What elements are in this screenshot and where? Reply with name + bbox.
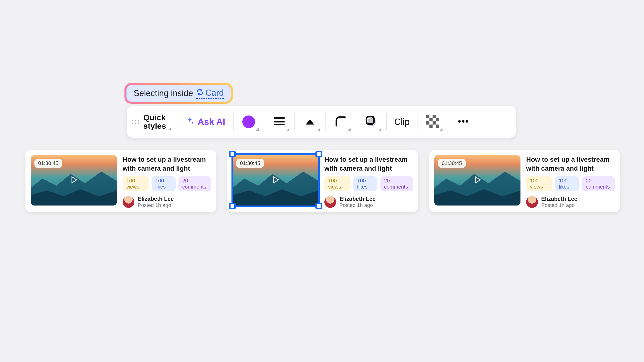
divider (264, 113, 264, 130)
posted-time: Posted 1h ago (138, 202, 174, 208)
divider (294, 113, 295, 130)
posted-time: Posted 1h ago (340, 202, 376, 208)
shadow-icon (365, 115, 378, 129)
comments-chip: 20 comments (582, 176, 615, 191)
fill-circle-icon (242, 116, 255, 128)
more-horizontal-icon (457, 115, 470, 129)
svg-rect-6 (426, 115, 430, 118)
quick-styles-button[interactable]: Quick styles (143, 113, 172, 130)
svg-rect-10 (426, 121, 430, 125)
checkerboard-icon (426, 115, 439, 129)
play-icon (473, 175, 482, 185)
divider (448, 113, 448, 130)
svg-rect-7 (432, 115, 436, 118)
svg-rect-13 (436, 125, 439, 128)
divider (233, 113, 234, 130)
svg-rect-11 (432, 121, 436, 125)
fill-color-button[interactable] (238, 111, 260, 132)
likes-chip: 100 likes (353, 176, 378, 191)
corner-radius-icon (334, 115, 347, 129)
stat-chips: 100 views 100 likes 20 comments (122, 176, 211, 191)
divider (386, 113, 387, 130)
video-title: How to set up a livestream with camera a… (324, 155, 413, 173)
drag-grip-icon[interactable] (132, 120, 140, 124)
posted-time: Posted 1h ago (541, 202, 577, 208)
author-row: Elizabeth Lee Posted 1h ago (526, 196, 615, 208)
triangle-up-icon (304, 115, 316, 129)
svg-rect-12 (430, 125, 433, 128)
clip-button[interactable]: Clip (391, 111, 413, 132)
cards-row: 01:30:45 How to set up a livestream with… (26, 150, 620, 212)
play-icon (69, 175, 78, 185)
clip-label: Clip (392, 117, 412, 127)
card-body: How to set up a livestream with camera a… (122, 155, 211, 207)
selection-target-label: Card (205, 88, 224, 98)
refresh-icon (196, 88, 204, 98)
views-chip: 100 views (122, 176, 149, 191)
context-toolbar: Quick styles Ask AI Clip (127, 106, 516, 138)
video-thumbnail[interactable]: 01:30:45 (31, 155, 117, 206)
svg-rect-1 (274, 121, 285, 122)
selection-target-link[interactable]: Card (196, 88, 224, 99)
views-chip: 100 views (526, 176, 552, 191)
svg-point-15 (462, 120, 464, 123)
divider (356, 113, 356, 130)
duration-badge: 01:30:45 (34, 159, 62, 168)
video-thumbnail[interactable]: 01:30:45 (232, 155, 319, 206)
avatar (122, 196, 134, 208)
video-card[interactable]: 01:30:45 How to set up a livestream with… (429, 150, 620, 212)
stat-chips: 100 views 100 likes 20 comments (526, 176, 615, 191)
author-row: Elizabeth Lee Posted 1h ago (122, 196, 211, 208)
video-title: How to set up a livestream with camera a… (122, 155, 211, 173)
shadow-button[interactable] (360, 111, 382, 132)
card-body: How to set up a livestream with camera a… (526, 155, 615, 207)
svg-rect-8 (430, 118, 433, 122)
play-icon (271, 175, 280, 185)
corner-radius-button[interactable] (330, 111, 352, 132)
video-thumbnail[interactable]: 01:30:45 (434, 155, 520, 206)
likes-chip: 100 likes (152, 176, 176, 191)
views-chip: 100 views (324, 176, 350, 191)
flip-button[interactable] (299, 111, 321, 132)
avatar (526, 196, 538, 208)
svg-point-16 (466, 120, 468, 123)
video-card[interactable]: 01:30:45 How to set up a livestream with… (227, 150, 418, 212)
divider (177, 113, 177, 130)
selection-prefix: Selecting inside (134, 88, 193, 98)
opacity-button[interactable] (422, 111, 444, 132)
author-name: Elizabeth Lee (541, 196, 577, 202)
ask-ai-button[interactable]: Ask AI (182, 116, 229, 128)
svg-point-14 (458, 120, 461, 123)
divider (325, 113, 326, 130)
avatar (324, 196, 336, 208)
video-card[interactable]: 01:30:45 How to set up a livestream with… (26, 150, 216, 212)
comments-chip: 20 comments (178, 176, 211, 191)
svg-rect-9 (436, 118, 439, 122)
divider (417, 113, 418, 130)
stroke-lines-icon (273, 115, 286, 129)
duration-badge: 01:30:45 (438, 159, 466, 168)
duration-badge: 01:30:45 (236, 159, 264, 168)
video-title: How to set up a livestream with camera a… (526, 155, 615, 173)
stat-chips: 100 views 100 likes 20 comments (324, 176, 413, 191)
ask-ai-label: Ask AI (198, 117, 225, 127)
comments-chip: 20 comments (380, 176, 413, 191)
card-body: How to set up a livestream with camera a… (324, 155, 413, 207)
svg-rect-2 (274, 124, 285, 125)
author-name: Elizabeth Lee (138, 196, 174, 202)
stroke-button[interactable] (268, 111, 290, 132)
selection-scope-pill: Selecting inside Card (124, 83, 233, 104)
author-name: Elizabeth Lee (340, 196, 376, 202)
svg-rect-0 (274, 117, 285, 119)
sparkle-icon (185, 116, 194, 128)
more-button[interactable] (452, 111, 474, 132)
author-row: Elizabeth Lee Posted 1h ago (324, 196, 413, 208)
likes-chip: 100 likes (555, 176, 579, 191)
